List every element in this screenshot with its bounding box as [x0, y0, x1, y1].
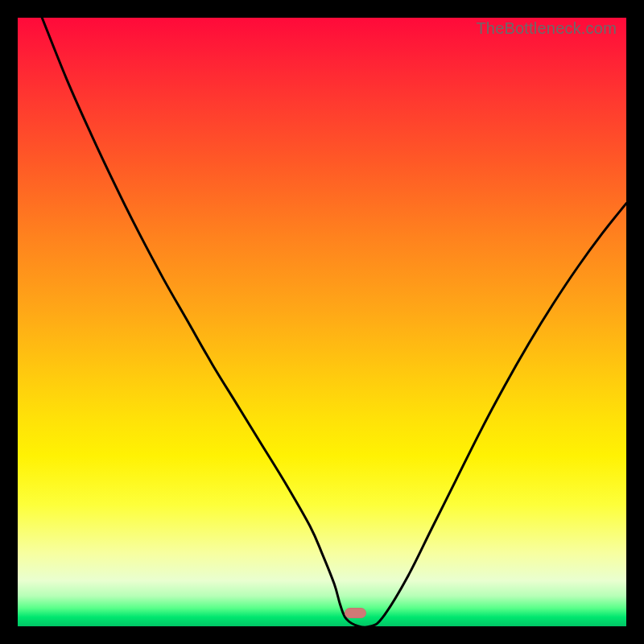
curve-path — [42, 18, 626, 627]
optimum-marker — [345, 608, 366, 618]
bottleneck-curve — [18, 18, 626, 626]
chart-frame: TheBottleneck.com — [0, 0, 644, 644]
plot-area: TheBottleneck.com — [18, 18, 626, 626]
optimum-marker-track — [18, 607, 626, 618]
